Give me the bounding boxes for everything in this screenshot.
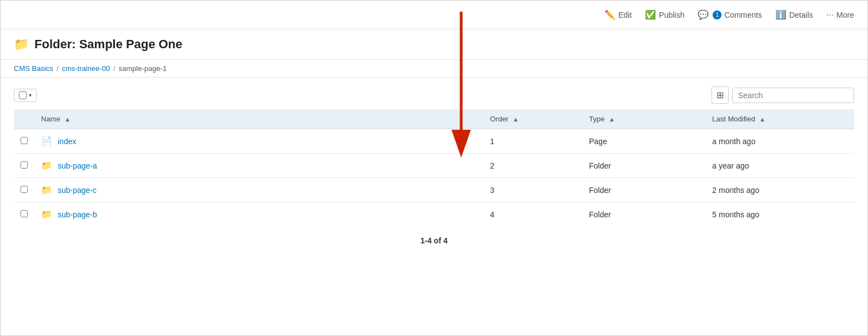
breadcrumb-current: sample-page-1 — [119, 64, 167, 73]
name-cell: 📄index — [34, 129, 483, 154]
folder-icon: 📁 — [14, 37, 29, 52]
type-sort-icon: ▲ — [609, 116, 615, 123]
publish-button[interactable]: ✅ Publish — [645, 9, 684, 20]
select-all-dropdown[interactable]: ▾ — [14, 89, 37, 102]
breadcrumb-trainee[interactable]: cms-trainee-00 — [62, 64, 110, 73]
order-sort-icon: ▲ — [513, 116, 519, 123]
type-cell: Folder — [582, 202, 705, 227]
name-sort-icon: ▲ — [64, 116, 70, 123]
modified-sort-icon: ▲ — [759, 116, 765, 123]
more-icon: ··· — [826, 10, 834, 20]
col-check — [14, 109, 34, 129]
breadcrumb-sep-2: / — [113, 64, 115, 73]
order-cell: 4 — [483, 202, 582, 227]
file-name-link[interactable]: sub-page-b — [58, 210, 97, 219]
content-area: ▾ ⊞ Name ▲ Order ▲ Type ▲ — [1, 78, 867, 264]
folder-file-icon: 📁 — [41, 160, 52, 171]
col-type[interactable]: Type ▲ — [582, 109, 705, 129]
table-row: 📁sub-page-b4Folder5 months ago — [14, 202, 854, 227]
modified-cell: a month ago — [705, 129, 854, 154]
col-order[interactable]: Order ▲ — [483, 109, 582, 129]
comments-badge: 1 — [713, 11, 721, 19]
search-input[interactable] — [732, 88, 854, 103]
name-cell: 📁sub-page-a — [34, 154, 483, 178]
table-row: 📁sub-page-a2Foldera year ago — [14, 154, 854, 178]
table-body: 📄index1Pagea month ago📁sub-page-a2Folder… — [14, 129, 854, 227]
grid-icon: ⊞ — [716, 90, 724, 100]
modified-cell: 2 months ago — [705, 178, 854, 202]
table-header: Name ▲ Order ▲ Type ▲ Last Modified ▲ — [14, 109, 854, 129]
publish-label: Publish — [659, 11, 684, 19]
list-toolbar: ▾ ⊞ — [14, 86, 854, 109]
file-name-link[interactable]: index — [58, 137, 76, 146]
chevron-down-icon: ▾ — [29, 92, 32, 98]
name-cell: 📁sub-page-c — [34, 178, 483, 202]
order-cell: 2 — [483, 154, 582, 178]
file-table: Name ▲ Order ▲ Type ▲ Last Modified ▲ 📄i… — [14, 109, 854, 226]
folder-file-icon: 📁 — [41, 209, 52, 220]
breadcrumb-cms-basics[interactable]: CMS Basics — [14, 64, 53, 73]
pagination-label: 1-4 of 4 — [420, 236, 447, 245]
edit-label: Edit — [618, 11, 632, 19]
grid-view-button[interactable]: ⊞ — [711, 86, 729, 104]
page-title: Folder: Sample Page One — [34, 37, 183, 52]
file-name-link[interactable]: sub-page-c — [58, 186, 97, 195]
publish-icon: ✅ — [645, 9, 656, 20]
folder-file-icon: 📁 — [41, 185, 52, 195]
breadcrumb-sep-1: / — [57, 64, 59, 73]
row-checkbox[interactable] — [21, 161, 28, 169]
comments-button[interactable]: 💬 1 Comments — [698, 9, 762, 20]
type-cell: Folder — [582, 154, 705, 178]
comments-label: Comments — [724, 11, 762, 19]
col-name[interactable]: Name ▲ — [34, 109, 483, 129]
right-tools: ⊞ — [711, 86, 854, 104]
row-checkbox[interactable] — [21, 186, 28, 193]
toolbar: ✏️ Edit ✅ Publish 💬 1 Comments ℹ️ Detail… — [1, 1, 867, 29]
more-label: More — [836, 11, 854, 19]
file-name-link[interactable]: sub-page-a — [58, 161, 97, 170]
breadcrumb: CMS Basics / cms-trainee-00 / sample-pag… — [1, 60, 867, 78]
page-file-icon: 📄 — [41, 136, 52, 146]
comments-icon: 💬 — [698, 9, 709, 20]
edit-icon: ✏️ — [604, 9, 615, 20]
modified-cell: 5 months ago — [705, 202, 854, 227]
name-cell: 📁sub-page-b — [34, 202, 483, 227]
select-all-checkbox[interactable] — [19, 91, 27, 99]
row-checkbox[interactable] — [21, 137, 28, 144]
col-modified[interactable]: Last Modified ▲ — [705, 109, 854, 129]
details-button[interactable]: ℹ️ Details — [775, 9, 813, 20]
order-cell: 3 — [483, 178, 582, 202]
edit-button[interactable]: ✏️ Edit — [604, 9, 632, 20]
table-row: 📁sub-page-c3Folder2 months ago — [14, 178, 854, 202]
row-checkbox[interactable] — [21, 210, 28, 217]
type-cell: Page — [582, 129, 705, 154]
more-button[interactable]: ··· More — [826, 10, 854, 20]
modified-cell: a year ago — [705, 154, 854, 178]
pagination: 1-4 of 4 — [14, 226, 854, 255]
type-cell: Folder — [582, 178, 705, 202]
details-label: Details — [789, 11, 813, 19]
order-cell: 1 — [483, 129, 582, 154]
page-header: 📁 Folder: Sample Page One — [1, 29, 867, 60]
details-icon: ℹ️ — [775, 9, 786, 20]
table-row: 📄index1Pagea month ago — [14, 129, 854, 154]
